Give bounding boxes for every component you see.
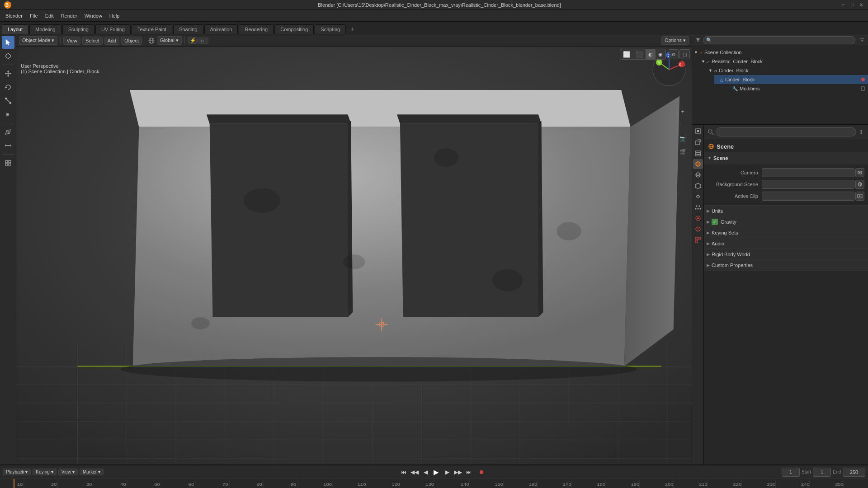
camera-browse-button[interactable] <box>855 168 864 177</box>
zoom-in-button[interactable]: + <box>677 106 688 117</box>
view-menu-timeline[interactable]: View ▾ <box>58 469 78 475</box>
keying-menu[interactable]: Keying ▾ <box>33 469 56 475</box>
tab-animation[interactable]: Animation <box>204 24 238 34</box>
output-properties-icon[interactable] <box>693 137 703 147</box>
object-properties-icon[interactable] <box>693 181 703 191</box>
tab-compositing[interactable]: Compositing <box>274 24 314 34</box>
solid-mode-button[interactable]: ⬛ <box>633 49 646 59</box>
active-clip-field[interactable] <box>762 192 854 201</box>
tab-texture-paint[interactable]: Texture Paint <box>132 24 172 34</box>
jump-end-button[interactable]: ⏭ <box>464 468 473 477</box>
minimize-button[interactable]: ─ <box>840 2 846 8</box>
outliner-cinder-block-object[interactable]: ▶ △ Cinder_Block <box>714 75 868 84</box>
menu-window[interactable]: Window <box>81 12 106 19</box>
units-section-header[interactable]: ▶ Units <box>704 206 868 216</box>
tab-uv-editing[interactable]: UV Editing <box>95 24 131 34</box>
snap-button[interactable]: ⚡ <box>188 37 198 44</box>
view-menu[interactable]: View <box>63 37 80 45</box>
select-tool-button[interactable] <box>2 36 14 49</box>
marker-menu[interactable]: Marker ▾ <box>80 469 104 475</box>
scene-properties-icon[interactable] <box>693 159 703 169</box>
jump-start-button[interactable]: ⏮ <box>399 468 408 477</box>
constraints-icon[interactable] <box>693 224 703 234</box>
outliner-search-input[interactable] <box>703 36 855 44</box>
custom-properties-section-header[interactable]: ▶ Custom Properties <box>704 260 868 271</box>
step-forward-button[interactable]: ▶ <box>443 468 452 477</box>
outliner-scene-collection[interactable]: ▼ ⊿ Scene Collection <box>692 48 868 57</box>
menu-render[interactable]: Render <box>57 12 81 19</box>
tab-layout[interactable]: Layout <box>2 24 28 34</box>
physics-icon[interactable] <box>693 213 703 223</box>
outliner-sort-icon[interactable] <box>859 37 865 43</box>
audio-section-header[interactable]: ▶ Audio <box>704 238 868 249</box>
outliner-cinder-block-collection[interactable]: ▼ ⊿ Cinder_Block <box>707 66 868 75</box>
viewport-canvas[interactable]: User Perspective (1) Scene Collection | … <box>16 47 692 465</box>
modifier-properties-icon[interactable] <box>693 192 703 202</box>
props-options-icon[interactable] <box>858 129 864 135</box>
toggle-camera-button[interactable]: 🎬 <box>677 146 688 157</box>
gravity-section-header[interactable]: ▶ ✓ Gravity <box>704 216 868 227</box>
material-mode-button[interactable]: ◐ <box>646 49 656 59</box>
object-mode-dropdown[interactable]: Object Mode ▾ <box>19 36 57 45</box>
transform-tool-button[interactable]: ⊕ <box>2 108 14 121</box>
step-backward-button[interactable]: ◀ <box>421 468 430 477</box>
add-object-button[interactable] <box>2 157 14 169</box>
scene-section-header[interactable]: ▼ Scene <box>704 152 868 164</box>
tab-sculpting[interactable]: Sculpting <box>62 24 94 34</box>
tab-shading[interactable]: Shading <box>173 24 203 34</box>
menu-edit[interactable]: Edit <box>42 12 57 19</box>
data-properties-icon[interactable] <box>693 235 703 245</box>
viewport-overlay-button[interactable]: ⊙ <box>669 49 679 59</box>
add-menu[interactable]: Add <box>104 37 120 45</box>
tab-scripting[interactable]: Scripting <box>315 24 346 34</box>
timeline-ruler[interactable]: 10 20 30 40 50 60 70 80 90 100 110 120 1… <box>0 479 868 488</box>
rendered-mode-button[interactable]: ◉ <box>656 49 665 59</box>
annotate-tool-button[interactable] <box>2 126 14 138</box>
outliner-realistic-cinder-block[interactable]: ▼ ⊿ Realistic_Cinder_Block <box>699 57 868 66</box>
transform-space-dropdown[interactable]: Global ▾ <box>157 36 182 45</box>
background-scene-field[interactable] <box>762 180 854 189</box>
object-menu[interactable]: Object <box>121 37 142 45</box>
render-properties-icon[interactable] <box>693 127 703 136</box>
cursor-tool-button[interactable] <box>2 50 14 62</box>
end-frame-input[interactable] <box>843 468 865 477</box>
camera-field[interactable] <box>762 168 854 177</box>
bg-scene-browse-button[interactable] <box>855 180 864 189</box>
jump-prev-keyframe-button[interactable]: ◀◀ <box>410 468 419 477</box>
wireframe-mode-button[interactable]: ⬜ <box>620 49 633 59</box>
jump-next-keyframe-button[interactable]: ▶▶ <box>453 468 462 477</box>
scale-tool-button[interactable] <box>2 94 14 107</box>
menu-blender[interactable]: Blender <box>2 12 26 19</box>
measure-tool-button[interactable] <box>2 139 14 152</box>
tab-modeling[interactable]: Modeling <box>29 24 61 34</box>
rigid-body-world-section-header[interactable]: ▶ Rigid Body World <box>704 249 868 260</box>
gravity-checkbox[interactable]: ✓ <box>712 219 718 225</box>
add-workspace-button[interactable]: + <box>348 24 358 34</box>
current-frame-input[interactable] <box>782 468 800 477</box>
zoom-out-button[interactable]: − <box>677 119 688 130</box>
options-menu[interactable]: Options ▾ <box>661 36 689 45</box>
xray-toggle-button[interactable]: ⬚ <box>679 49 690 59</box>
play-button[interactable]: ▶ <box>432 468 441 477</box>
outliner-modifiers[interactable]: ▶ 🔧 Modifiers <box>692 84 868 93</box>
menu-help[interactable]: Help <box>106 12 123 19</box>
start-frame-input[interactable] <box>813 468 831 477</box>
view-layer-icon[interactable] <box>693 148 703 158</box>
select-menu[interactable]: Select <box>82 37 103 45</box>
active-clip-browse-button[interactable] <box>855 192 864 201</box>
viewport[interactable]: Object Mode ▾ View Select Add Object Glo… <box>16 34 692 465</box>
particles-icon[interactable] <box>693 202 703 212</box>
proportional-edit-button[interactable]: ○ <box>198 38 208 44</box>
rotate-tool-button[interactable] <box>2 81 14 94</box>
maximize-button[interactable]: □ <box>849 2 855 8</box>
keying-sets-section-header[interactable]: ▶ Keying Sets <box>704 227 868 238</box>
camera-view-button[interactable]: 📷 <box>677 133 688 144</box>
playback-menu[interactable]: Playback ▾ <box>3 469 31 475</box>
record-button[interactable]: ⏺ <box>477 468 486 477</box>
tab-rendering[interactable]: Rendering <box>239 24 274 34</box>
world-properties-icon[interactable] <box>693 170 703 180</box>
close-button[interactable]: ✕ <box>858 2 864 8</box>
properties-search-input[interactable] <box>716 127 856 136</box>
move-tool-button[interactable] <box>2 67 14 80</box>
menu-file[interactable]: File <box>26 12 42 19</box>
